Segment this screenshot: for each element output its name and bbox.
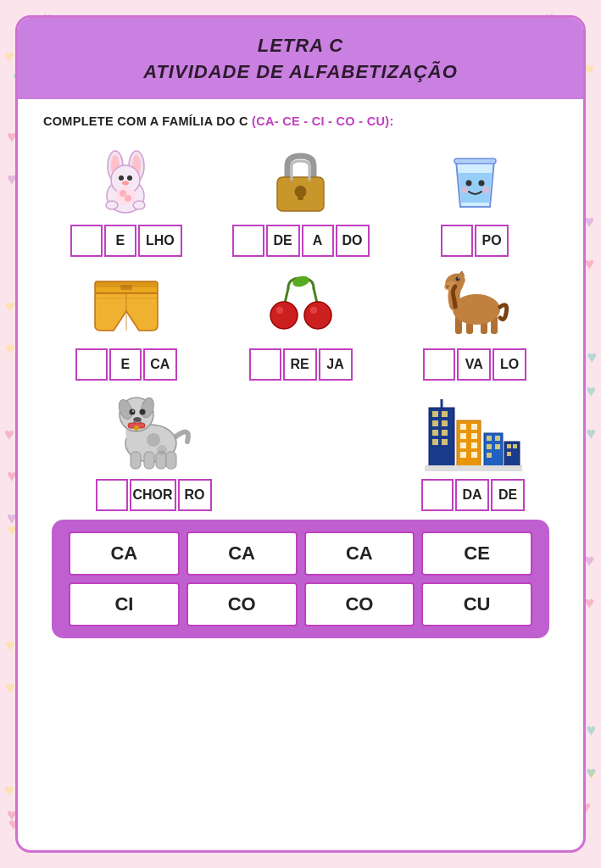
city-icon bbox=[425, 391, 522, 471]
copo-answer-box[interactable] bbox=[441, 225, 473, 257]
svg-rect-73 bbox=[460, 433, 466, 439]
answer-tile-ca1[interactable]: CA bbox=[69, 531, 180, 576]
cachorro-answer-box[interactable] bbox=[96, 479, 128, 511]
svg-rect-63 bbox=[432, 420, 438, 426]
item-coelho: E LHO bbox=[43, 143, 209, 257]
svg-point-21 bbox=[482, 186, 489, 193]
cidade-box-de: DE bbox=[491, 479, 525, 511]
coelho-answer-box[interactable] bbox=[70, 225, 103, 257]
instruction-text: COMPLETE COM A FAMÍLIA DO C (CA- CE - CI… bbox=[43, 114, 558, 128]
svg-point-6 bbox=[119, 175, 124, 181]
cueca-word-boxes: E CA bbox=[75, 348, 177, 381]
svg-point-31 bbox=[304, 302, 331, 329]
svg-rect-76 bbox=[471, 442, 477, 448]
copo-word-boxes: PO bbox=[441, 225, 509, 257]
answer-bank: CA CA CA CE CI CO CO CU bbox=[52, 520, 549, 638]
instruction-main: COMPLETE COM A FAMÍLIA DO C bbox=[43, 114, 252, 128]
header: LETRA C ATIVIDADE DE ALFABETIZAÇÃO bbox=[18, 18, 583, 99]
cereja-answer-box[interactable] bbox=[249, 348, 281, 381]
svg-point-13 bbox=[125, 195, 131, 202]
svg-rect-82 bbox=[487, 444, 492, 449]
svg-rect-77 bbox=[460, 452, 466, 458]
cachorro-box-ro: RO bbox=[178, 479, 212, 511]
cavalo-box-va: VA bbox=[457, 348, 491, 381]
answer-tile-ce[interactable]: CE bbox=[421, 531, 532, 576]
horse-icon bbox=[437, 271, 513, 339]
cadeado-image bbox=[254, 143, 348, 220]
svg-rect-84 bbox=[487, 453, 492, 458]
cadeado-box-a: A bbox=[302, 225, 334, 257]
svg-rect-65 bbox=[432, 430, 438, 436]
coelho-image bbox=[80, 143, 173, 220]
cereja-box-re: RE bbox=[283, 348, 317, 381]
row-3: CHOR RO bbox=[43, 389, 558, 511]
cachorro-word-boxes: CHOR RO bbox=[96, 479, 212, 511]
svg-rect-80 bbox=[487, 436, 492, 441]
item-cavalo: VA LO bbox=[392, 267, 558, 381]
cidade-answer-box[interactable] bbox=[421, 479, 454, 511]
svg-point-42 bbox=[458, 277, 459, 279]
instruction-highlight: (CA- CE - CI - CO - CU): bbox=[252, 114, 393, 128]
answer-tile-ci[interactable]: CI bbox=[69, 582, 180, 626]
svg-point-20 bbox=[461, 186, 468, 193]
cereja-box-ja: JA bbox=[319, 348, 353, 381]
item-cueca: E CA bbox=[43, 267, 209, 381]
underwear-icon bbox=[88, 273, 164, 337]
svg-point-33 bbox=[310, 307, 317, 314]
row-1: E LHO bbox=[43, 143, 558, 257]
svg-point-19 bbox=[478, 180, 484, 186]
svg-rect-26 bbox=[120, 285, 132, 290]
svg-point-55 bbox=[133, 417, 142, 422]
cueca-answer-box[interactable] bbox=[75, 348, 108, 381]
cidade-box-da: DA bbox=[455, 479, 489, 511]
bunny-icon bbox=[90, 147, 162, 215]
answer-tile-co2[interactable]: CO bbox=[304, 582, 415, 626]
cueca-image bbox=[80, 267, 173, 343]
cavalo-answer-box[interactable] bbox=[423, 348, 455, 381]
cidade-word-boxes: DA DE bbox=[421, 479, 525, 511]
lock-icon bbox=[269, 147, 332, 215]
answer-tile-cu[interactable]: CU bbox=[421, 582, 532, 626]
svg-point-53 bbox=[140, 409, 146, 415]
svg-rect-71 bbox=[460, 424, 466, 430]
cueca-box-e: E bbox=[109, 348, 142, 381]
dog-icon bbox=[107, 391, 200, 471]
svg-rect-61 bbox=[432, 411, 438, 417]
svg-point-7 bbox=[127, 175, 132, 181]
item-cadeado: DE A DO bbox=[218, 143, 384, 257]
cachorro-box-chor: CHOR bbox=[130, 479, 176, 511]
cachorro-image bbox=[103, 389, 204, 474]
copo-box-po: PO bbox=[475, 225, 509, 257]
svg-point-56 bbox=[147, 433, 160, 447]
svg-point-41 bbox=[456, 276, 460, 281]
svg-point-57 bbox=[157, 445, 167, 455]
main-card: LETRA C ATIVIDADE DE ALFABETIZAÇÃO COMPL… bbox=[15, 15, 586, 853]
cadeado-word-boxes: DE A DO bbox=[232, 225, 370, 257]
answer-tile-ca3[interactable]: CA bbox=[304, 531, 415, 576]
svg-rect-72 bbox=[471, 424, 477, 430]
svg-rect-74 bbox=[471, 433, 477, 439]
answer-tile-ca2[interactable]: CA bbox=[186, 531, 298, 576]
svg-rect-88 bbox=[507, 452, 511, 456]
svg-point-8 bbox=[122, 181, 129, 185]
cueca-box-ca: CA bbox=[143, 348, 177, 381]
svg-point-9 bbox=[115, 186, 136, 205]
cavalo-image bbox=[428, 267, 521, 343]
svg-point-29 bbox=[291, 274, 309, 288]
item-copo: PO bbox=[392, 143, 558, 257]
cadeado-answer-box[interactable] bbox=[232, 225, 264, 257]
svg-point-10 bbox=[106, 201, 118, 209]
svg-rect-66 bbox=[442, 430, 448, 436]
cavalo-box-lo: LO bbox=[492, 348, 526, 381]
coelho-box-e: E bbox=[104, 225, 136, 257]
svg-point-59 bbox=[134, 426, 139, 431]
svg-rect-67 bbox=[432, 439, 438, 445]
svg-point-12 bbox=[120, 190, 126, 197]
svg-rect-48 bbox=[166, 452, 176, 469]
cherry-icon bbox=[263, 271, 339, 339]
cavalo-word-boxes: VA LO bbox=[423, 348, 526, 381]
coelho-word-boxes: E LHO bbox=[70, 225, 182, 257]
answer-tile-co1[interactable]: CO bbox=[186, 582, 298, 626]
cadeado-box-de: DE bbox=[266, 225, 300, 257]
svg-rect-16 bbox=[298, 192, 303, 200]
